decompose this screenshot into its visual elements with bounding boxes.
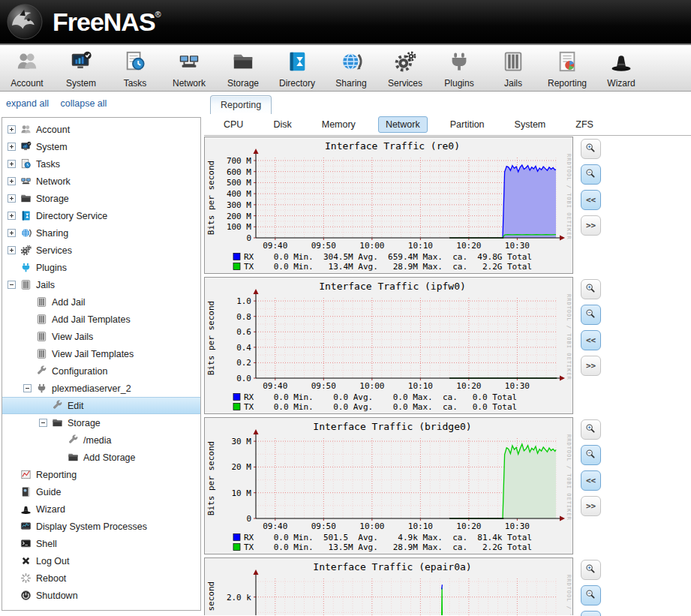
rrd-graph-bridge0[interactable]: 09:4009:5010:0010:1010:2010:30010 M20 M3… [205,418,572,554]
subtab-zfs[interactable]: ZFS [568,116,601,133]
tree-item-configuration[interactable]: Configuration [2,362,200,380]
step-forward-button-ipfw0[interactable]: >> [581,356,601,376]
tree-item-view-jail-templates[interactable]: View Jail Templates [2,345,200,362]
toolbar-item-sharing[interactable]: Sharing [324,50,378,89]
expander-plus-icon[interactable] [8,212,16,220]
graph-panel-re0[interactable]: 09:4009:5010:0010:1010:2010:300100 M200 … [204,137,573,274]
expander-plus-icon[interactable] [8,125,16,134]
expander-plus-icon[interactable] [8,177,16,185]
tree-item-media[interactable]: /media [2,431,200,449]
zoom-in-button-epair0a[interactable] [581,560,601,580]
toolbar-item-network[interactable]: Network [162,50,216,89]
svg-text:20 M: 20 M [232,462,252,472]
svg-text:1.0: 1.0 [236,296,251,306]
tree-item-reboot[interactable]: Reboot [2,569,200,587]
rrd-graph-epair0a[interactable]: 09:4009:5010:0010:1010:2010:302.0 kInter… [205,558,572,615]
step-forward-button-re0[interactable]: >> [581,215,601,236]
zoom-out-button-re0[interactable] [581,164,601,185]
jails-icon [20,279,32,290]
tree-item-plugins[interactable]: Plugins [2,259,200,276]
expander-plus-icon[interactable] [8,143,16,151]
graph-panel-bridge0[interactable]: 09:4009:5010:0010:1010:2010:30010 M20 M3… [204,417,573,554]
subtab-system[interactable]: System [507,116,554,133]
tree-item-label: Jails [36,280,55,290]
tree-item-system[interactable]: System [2,138,200,155]
subtab-network[interactable]: Network [378,116,428,133]
subtab-cpu[interactable]: CPU [216,116,251,133]
tree-item-wizard[interactable]: Wizard [2,500,200,518]
svg-text:RX 0.0 Min. 0.0 Avg.: RX 0.0 Min. 0.0 Avg. 0.0 Max. ca. 0.0 To… [244,392,517,402]
step-back-button-bridge0[interactable]: << [581,470,601,491]
toolbar-item-plugins[interactable]: Plugins [432,50,486,89]
graph-panel-epair0a[interactable]: 09:4009:5010:0010:1010:2010:302.0 kInter… [204,557,573,615]
toolbar-item-wizard[interactable]: Wizard [594,50,648,89]
tree-item-display-system-processes[interactable]: Display System Processes [2,518,200,535]
tree-item-shell[interactable]: Shell [2,535,200,552]
rrd-graph-re0[interactable]: 09:4009:5010:0010:1010:2010:300100 M200 … [205,137,572,273]
tree-item-add-jail[interactable]: Add Jail [2,293,200,311]
step-back-button-ipfw0[interactable]: << [581,330,601,350]
toolbar-item-label: Wizard [607,78,635,89]
tree-item-directory-service[interactable]: Directory Service [2,207,200,224]
toolbar-item-storage[interactable]: Storage [216,50,270,89]
collapse-all-link[interactable]: collapse all [60,98,107,109]
svg-text:RRDTOOL / TOBI OETIKER: RRDTOOL / TOBI OETIKER [566,294,572,380]
tree-item-shutdown[interactable]: Shutdown [2,587,200,604]
svg-text:0: 0 [246,233,251,243]
tree-item-tasks[interactable]: Tasks [2,155,200,173]
toolbar-item-system[interactable]: System [54,50,108,89]
tree-item-services[interactable]: Services [2,242,200,259]
expander-minus-icon[interactable] [23,384,32,392]
rrd-graph-ipfw0[interactable]: 09:4009:5010:0010:1010:2010:300.00.20.40… [205,278,572,413]
expander-minus-icon[interactable] [8,281,16,289]
tree-item-network[interactable]: Network [2,173,200,190]
tree-item-add-jail-templates[interactable]: Add Jail Templates [2,311,200,328]
zoom-in-button-re0[interactable] [581,139,601,159]
toolbar-item-jails[interactable]: Jails [486,50,540,89]
expander-plus-icon[interactable] [8,194,16,203]
tree-item-view-jails[interactable]: View Jails [2,328,200,345]
expander-plus-icon[interactable] [8,160,16,168]
zoom-in-button-bridge0[interactable] [581,419,601,440]
zoom-out-button-ipfw0[interactable] [581,305,601,325]
svg-text:09:50: 09:50 [311,521,336,531]
zoom-out-button-bridge0[interactable] [581,445,601,465]
tree-item-jails[interactable]: Jails [2,276,200,293]
tree-item-sharing[interactable]: Sharing [2,224,200,242]
subtab-disk[interactable]: Disk [266,116,299,133]
toolbar-item-tasks[interactable]: Tasks [108,50,162,89]
toolbar-item-services[interactable]: Services [378,50,432,89]
expand-all-link[interactable]: expand all [6,98,49,109]
graph-panel-ipfw0[interactable]: 09:4009:5010:0010:1010:2010:300.00.20.40… [204,277,573,414]
tree-item-storage[interactable]: Storage [2,414,200,431]
wrench-icon [68,434,79,446]
svg-text:Interface Traffic (bridge0): Interface Traffic (bridge0) [313,421,471,432]
tree-item-plexmediaserver-2[interactable]: plexmediaserver_2 [2,380,200,397]
tree-item-add-storage[interactable]: Add Storage [2,449,200,466]
subtab-partition[interactable]: Partition [443,116,492,133]
subtab-memory[interactable]: Memory [314,116,363,133]
tree-item-label: Reporting [36,470,77,480]
tree-item-storage[interactable]: Storage [2,190,200,207]
zoom-in-button-ipfw0[interactable] [581,279,601,299]
step-back-button-re0[interactable]: << [581,190,601,210]
step-forward-button-bridge0[interactable]: >> [581,496,601,516]
expander-minus-icon[interactable] [39,419,47,427]
expander-plus-icon[interactable] [8,229,16,237]
svg-text:09:40: 09:40 [263,241,287,251]
tree-item-account[interactable]: Account [2,121,200,138]
step-back-button-epair0a[interactable]: << [581,611,601,616]
tree-item-reporting[interactable]: Reporting [2,466,200,483]
tree-item-log-out[interactable]: Log Out [2,552,200,569]
toolbar-item-account[interactable]: Account [0,50,54,89]
tab-reporting[interactable]: Reporting [210,95,272,114]
plugins-blue-icon [20,262,32,273]
expander-plus-icon[interactable] [8,246,16,254]
toolbar-item-reporting[interactable]: Reporting [540,50,594,89]
svg-text:09:40: 09:40 [263,521,287,531]
toolbar-item-directory[interactable]: Directory [270,50,324,89]
reporting-subtabs: CPUDiskMemoryNetworkPartitionSystemZFS [204,114,691,136]
tree-item-guide[interactable]: Guide [2,483,200,500]
tree-item-edit[interactable]: Edit [2,397,200,414]
zoom-out-button-epair0a[interactable] [581,585,601,605]
